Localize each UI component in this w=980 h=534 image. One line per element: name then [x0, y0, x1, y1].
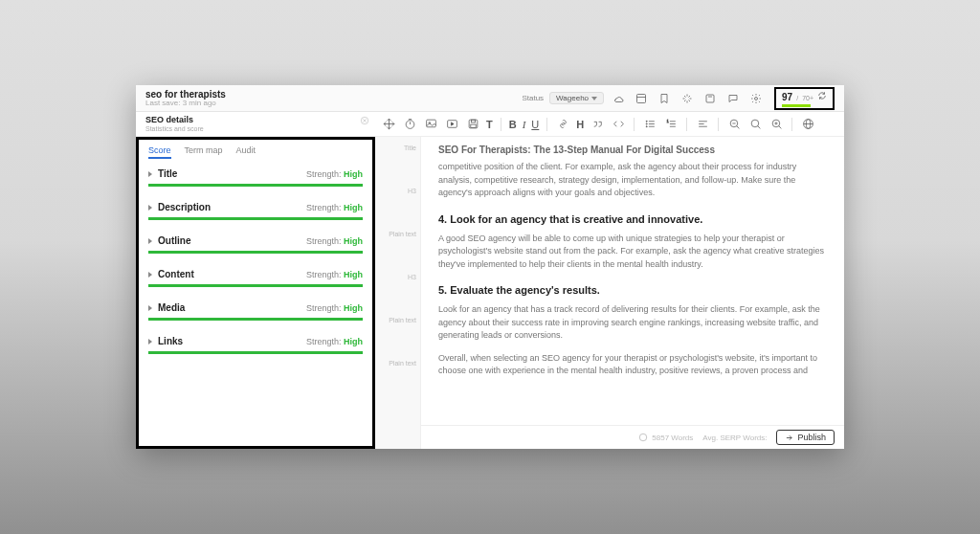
- bullet-list-icon[interactable]: [642, 117, 657, 132]
- editor-toolbar: T B I U H 1: [375, 117, 844, 132]
- tab-term-map[interactable]: Term map: [185, 145, 223, 159]
- seo-score-widget[interactable]: 97 / 70+: [774, 87, 835, 110]
- refresh-icon[interactable]: [817, 91, 827, 102]
- zoom-out-icon[interactable]: [726, 117, 742, 132]
- score-item-content[interactable]: Content Strength: High: [148, 269, 363, 287]
- last-saved-label: Last save: 3 min ago: [145, 100, 514, 108]
- search-icon[interactable]: [747, 117, 763, 132]
- gutter-label-plain: Plain text: [389, 317, 416, 323]
- svg-line-34: [757, 126, 760, 129]
- svg-point-8: [406, 121, 414, 129]
- seo-details-header: SEO details Statistics and score: [136, 114, 375, 135]
- quote-icon[interactable]: [590, 117, 605, 132]
- strength-bar: [148, 217, 363, 220]
- tab-audit[interactable]: Audit: [236, 145, 256, 159]
- caret-right-icon: [148, 302, 152, 313]
- video-icon[interactable]: [444, 117, 459, 132]
- tab-score[interactable]: Score: [148, 145, 171, 159]
- text-tool[interactable]: T: [486, 119, 493, 130]
- seo-score-target: 70+: [802, 95, 813, 101]
- strength-bar: [148, 184, 363, 187]
- toolbar-separator: [718, 118, 719, 131]
- paragraph: Overall, when selecting an SEO agency fo…: [438, 352, 827, 378]
- svg-rect-2: [706, 95, 714, 102]
- gear-icon[interactable]: [749, 92, 763, 105]
- heading-4: 4. Look for an agency that is creative a…: [438, 213, 827, 225]
- score-item-description[interactable]: Description Strength: High: [148, 202, 363, 220]
- serp-words: Avg. SERP Words:: [702, 434, 767, 442]
- svg-point-17: [646, 121, 647, 122]
- seo-score-sidebar: Score Term map Audit Title Strength: Hig…: [136, 137, 375, 449]
- caret-right-icon: [148, 235, 152, 246]
- caret-right-icon: [148, 269, 152, 279]
- svg-rect-15: [471, 120, 475, 122]
- seo-details-title: SEO details: [145, 116, 366, 125]
- block-type-gutter: Title H3 Plain text H3 Plain text Plain …: [375, 137, 421, 449]
- svg-text:1: 1: [666, 120, 668, 123]
- image-icon[interactable]: [423, 117, 438, 132]
- gutter-label-plain: Plain text: [389, 231, 416, 237]
- body-area: Score Term map Audit Title Strength: Hig…: [136, 137, 844, 449]
- zoom-in-icon[interactable]: [768, 117, 784, 132]
- close-panel-icon[interactable]: [360, 116, 369, 127]
- strength-bar: [148, 318, 363, 321]
- status-value: Wageeho: [556, 94, 589, 102]
- toolbar-separator: [791, 118, 792, 131]
- status-label: Status: [522, 94, 544, 102]
- svg-point-42: [640, 434, 648, 441]
- svg-rect-11: [426, 120, 435, 127]
- bookmark-icon[interactable]: [657, 92, 671, 105]
- seo-score-bar: [782, 104, 811, 107]
- publish-button[interactable]: Publish: [776, 430, 835, 445]
- gutter-label-plain: Plain text: [389, 360, 416, 367]
- score-list: Title Strength: High Description Strengt…: [139, 163, 372, 360]
- status-dropdown[interactable]: Wageeho: [549, 92, 604, 104]
- caret-right-icon: [148, 336, 152, 346]
- score-item-outline[interactable]: Outline Strength: High: [148, 235, 363, 254]
- gutter-label-h3: H3: [408, 274, 416, 280]
- numbered-list-icon[interactable]: 1: [663, 117, 679, 132]
- align-icon[interactable]: [695, 117, 710, 132]
- move-icon[interactable]: [381, 117, 396, 132]
- code-icon[interactable]: [611, 117, 626, 132]
- score-item-title[interactable]: Title Strength: High: [148, 168, 363, 187]
- sidebar-tabs: Score Term map Audit: [139, 140, 372, 163]
- score-item-media[interactable]: Media Strength: High: [148, 302, 363, 321]
- seo-score-value: 97: [782, 92, 792, 102]
- comment-icon[interactable]: [726, 92, 740, 105]
- timer-icon[interactable]: [402, 117, 417, 132]
- bold-button[interactable]: B: [509, 119, 517, 130]
- heading-button[interactable]: H: [576, 119, 584, 130]
- svg-rect-16: [470, 124, 475, 127]
- cloud-icon[interactable]: [612, 92, 625, 105]
- svg-point-19: [646, 126, 647, 127]
- svg-rect-0: [637, 94, 646, 102]
- svg-point-4: [755, 97, 758, 100]
- toolbar-separator: [686, 118, 687, 131]
- save-icon[interactable]: [465, 117, 480, 132]
- underline-button[interactable]: U: [531, 119, 539, 130]
- caret-right-icon: [148, 168, 152, 179]
- layout-icon[interactable]: [635, 92, 648, 105]
- document-title: seo for therapists: [145, 89, 514, 100]
- svg-line-31: [736, 126, 739, 129]
- topbar: seo for therapists Last save: 3 min ago …: [136, 85, 844, 112]
- score-item-links[interactable]: Links Strength: High: [148, 336, 363, 354]
- document-title-area: seo for therapists Last save: 3 min ago: [145, 89, 514, 108]
- svg-point-33: [751, 120, 759, 127]
- italic-button[interactable]: I: [523, 119, 526, 130]
- toolbar-separator: [501, 118, 501, 131]
- note-icon[interactable]: [703, 92, 717, 105]
- editor-footer: 5857 Words Avg. SERP Words: Publish: [421, 425, 844, 449]
- topbar-icon-group: [612, 92, 763, 105]
- content-column: Title H3 Plain text H3 Plain text Plain …: [375, 137, 844, 449]
- gutter-label-h3: H3: [408, 188, 416, 194]
- svg-line-36: [778, 126, 781, 129]
- globe-icon[interactable]: [800, 117, 815, 132]
- editor-canvas[interactable]: SEO For Therapists: The 13-Step Manual F…: [421, 137, 844, 425]
- strength-bar: [148, 351, 363, 354]
- status-area: Status Wageeho: [522, 92, 604, 104]
- link-icon[interactable]: [555, 117, 570, 132]
- sparkle-icon[interactable]: [680, 92, 694, 105]
- toolbar-separator: [546, 118, 547, 131]
